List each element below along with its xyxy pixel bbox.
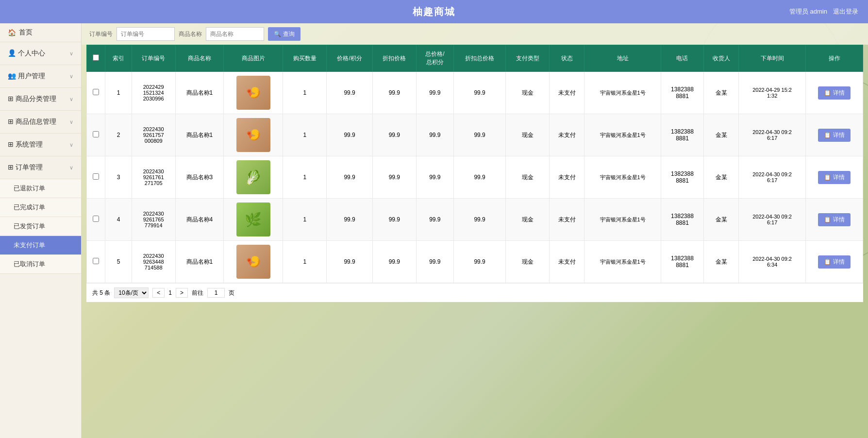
top-header: 柚趣商城 管理员 admin 退出登录: [0, 0, 868, 23]
sidebar-item-user-mgmt[interactable]: 👥 用户管理 ∨: [0, 65, 81, 88]
detail-icon: 📋: [824, 174, 831, 181]
sidebar-item-label: ⊞ 系统管理: [8, 140, 43, 149]
row-index: 1: [105, 72, 132, 114]
row-product-name: 商品名称4: [175, 199, 224, 241]
row-order-time: 2022-04-29 15:2 1:32: [739, 72, 806, 114]
col-discount-total: 折扣总价格: [453, 45, 505, 72]
row-action: 📋 详情: [806, 241, 863, 283]
row-order-time: 2022-04-30 09:2 6:17: [739, 114, 806, 156]
product-icon: ⊞: [8, 118, 16, 125]
row-order-no: 2022430 9261761 271705: [132, 156, 175, 199]
row-action: 📋 详情: [806, 114, 863, 156]
page-size-select[interactable]: 10条/页 20条/页 50条/页: [114, 287, 149, 298]
sidebar-item-cancelled-orders[interactable]: 已取消订单: [0, 255, 81, 274]
col-payment-type: 支付类型: [506, 45, 550, 72]
current-page: 1: [168, 289, 172, 296]
row-payment-type: 现金: [506, 241, 550, 283]
sidebar-item-product-mgmt[interactable]: ⊞ 商品信息管理 ∨: [0, 111, 81, 134]
row-address: 宇宙银河系金星1号: [584, 241, 661, 283]
row-price: 99.9: [327, 199, 373, 241]
table-row: 4 2022430 9261765 779914 商品名称4 🌿 1 99.9 …: [87, 199, 863, 241]
detail-button[interactable]: 📋 详情: [818, 171, 851, 184]
row-discount-total: 99.9: [453, 156, 505, 199]
product-name-input[interactable]: [206, 27, 264, 41]
search-icon: 🔍: [274, 31, 281, 37]
row-receiver: 金某: [703, 114, 738, 156]
row-index: 4: [105, 199, 132, 241]
sidebar-item-category-mgmt[interactable]: ⊞ 商品分类管理 ∨: [0, 88, 81, 111]
search-button[interactable]: 🔍 查询: [268, 27, 300, 41]
row-checkbox[interactable]: [93, 258, 99, 264]
sidebar-item-personal[interactable]: 👤 个人中心 ∨: [0, 42, 81, 65]
sidebar-item-unpaid-orders[interactable]: 未支付订单: [0, 236, 81, 255]
row-checkbox-cell: [87, 156, 105, 199]
order-no-label: 订单编号: [89, 30, 113, 38]
row-payment-type: 现金: [506, 72, 550, 114]
row-product-img: 🍤: [224, 241, 283, 283]
goto-page-input[interactable]: [207, 288, 225, 298]
logout-button[interactable]: 退出登录: [833, 7, 858, 16]
col-checkbox: [87, 45, 105, 72]
sidebar-item-home[interactable]: 🏠 首页: [0, 23, 81, 42]
col-product-img: 商品图片: [224, 45, 283, 72]
row-payment-type: 现金: [506, 114, 550, 156]
row-order-no: 2022429 1521324 2030996: [132, 72, 175, 114]
row-status: 未支付: [550, 241, 584, 283]
select-all-checkbox[interactable]: [93, 54, 99, 61]
row-quantity: 1: [283, 114, 327, 156]
row-discount-total: 99.9: [453, 199, 505, 241]
row-total-price: 99.9: [416, 241, 453, 283]
detail-button[interactable]: 📋 详情: [818, 129, 851, 142]
sidebar-item-completed-orders[interactable]: 已完成订单: [0, 198, 81, 217]
row-checkbox[interactable]: [93, 89, 99, 95]
row-discount-total: 99.9: [453, 241, 505, 283]
home-icon: 🏠: [8, 29, 16, 36]
row-order-no: 2022430 9261765 779914: [132, 199, 175, 241]
row-checkbox-cell: [87, 72, 105, 114]
sidebar-item-shipped-orders[interactable]: 已发货订单: [0, 217, 81, 236]
orders-table: 索引 订单编号 商品名称 商品图片 购买数量 价格/积分 折扣价格 总价格/总积…: [86, 45, 863, 283]
row-product-img: 🍤: [224, 114, 283, 156]
prev-page-button[interactable]: <: [152, 288, 165, 298]
sidebar-item-order-mgmt[interactable]: ⊞ 订单管理 ∨: [0, 156, 81, 179]
order-icon: ⊞: [8, 163, 16, 171]
table-body: 1 2022429 1521324 2030996 商品名称1 🍤 1 99.9…: [87, 72, 863, 283]
row-product-img: 🌿: [224, 199, 283, 241]
chevron-down-icon: ∨: [69, 51, 73, 57]
row-checkbox-cell: [87, 199, 105, 241]
grid-icon: ⊞: [8, 95, 16, 102]
row-checkbox[interactable]: [93, 131, 99, 137]
row-order-time: 2022-04-30 09:2 6:17: [739, 199, 806, 241]
row-checkbox[interactable]: [93, 216, 99, 222]
row-product-img: 🥬: [224, 156, 283, 199]
order-no-input[interactable]: [117, 27, 175, 41]
row-action: 📋 详情: [806, 156, 863, 199]
next-page-button[interactable]: >: [176, 288, 188, 298]
col-index: 索引: [105, 45, 132, 72]
col-quantity: 购买数量: [283, 45, 327, 72]
col-status: 状态: [550, 45, 584, 72]
detail-button[interactable]: 📋 详情: [818, 86, 851, 100]
row-total-price: 99.9: [416, 114, 453, 156]
row-total-price: 99.9: [416, 199, 453, 241]
main-layout: 🏠 首页 👤 个人中心 ∨ 👥 用户管理 ∨ ⊞ 商品分类管理 ∨ ⊞ 商品信息…: [0, 23, 868, 438]
sidebar-item-refunded-orders[interactable]: 已退款订单: [0, 179, 81, 198]
row-address: 宇宙银河系金星1号: [584, 72, 661, 114]
total-label: 共 5 条: [92, 289, 110, 297]
row-receiver: 金某: [703, 156, 738, 199]
detail-button[interactable]: 📋 详情: [818, 213, 851, 226]
row-product-name: 商品名称1: [175, 241, 224, 283]
row-phone: 1382388 8881: [661, 114, 704, 156]
detail-button[interactable]: 📋 详情: [818, 255, 851, 269]
sidebar-item-system-mgmt[interactable]: ⊞ 系统管理 ∨: [0, 134, 81, 156]
row-product-img: 🍤: [224, 72, 283, 114]
col-total-price: 总价格/总积分: [416, 45, 453, 72]
table-row: 3 2022430 9261761 271705 商品名称3 🥬 1 99.9 …: [87, 156, 863, 199]
row-discount-price: 99.9: [372, 241, 416, 283]
detail-icon: 📋: [824, 216, 831, 223]
system-icon: ⊞: [8, 140, 16, 148]
home-label: 首页: [19, 28, 33, 37]
page-label: 页: [229, 289, 234, 297]
row-checkbox-cell: [87, 114, 105, 156]
row-checkbox[interactable]: [93, 173, 99, 180]
